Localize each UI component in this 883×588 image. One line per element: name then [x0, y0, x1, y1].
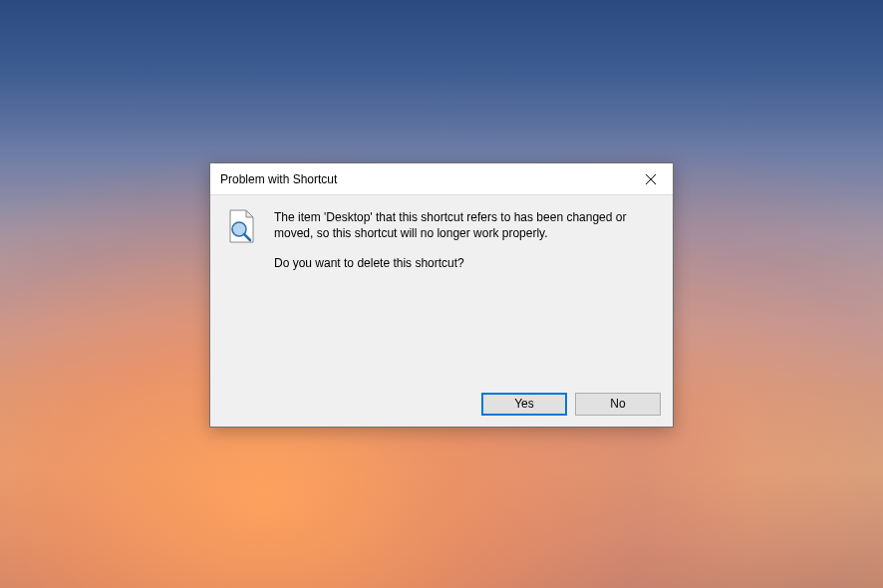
dialog-content: The item 'Desktop' that this shortcut re…: [210, 195, 673, 381]
no-button[interactable]: No: [575, 393, 661, 416]
close-icon: [646, 174, 656, 184]
dialog-title: Problem with Shortcut: [210, 172, 628, 186]
file-search-icon: [226, 209, 258, 243]
close-button[interactable]: [628, 163, 673, 194]
desktop-wallpaper: Problem with Shortcut: [0, 0, 883, 588]
yes-button[interactable]: Yes: [481, 393, 567, 416]
dialog-message-line1: The item 'Desktop' that this shortcut re…: [274, 209, 657, 241]
dialog-message: The item 'Desktop' that this shortcut re…: [266, 209, 657, 371]
problem-with-shortcut-dialog: Problem with Shortcut: [209, 162, 674, 428]
dialog-message-line2: Do you want to delete this shortcut?: [274, 255, 657, 271]
dialog-button-row: Yes No: [210, 381, 673, 427]
dialog-icon-column: [226, 209, 266, 371]
dialog-titlebar: Problem with Shortcut: [210, 163, 673, 195]
